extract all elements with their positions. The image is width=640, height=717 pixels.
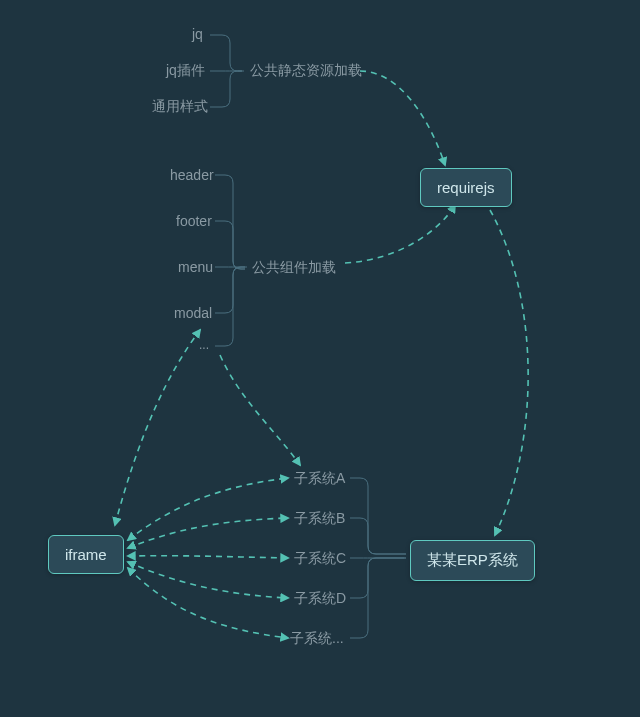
label-subsystem-b: 子系统B <box>294 510 345 528</box>
node-requirejs: requirejs <box>420 168 512 207</box>
label-jq-plugin: jq插件 <box>166 62 205 80</box>
label-subsystem-a: 子系统A <box>294 470 345 488</box>
node-iframe: iframe <box>48 535 124 574</box>
label-jq: jq <box>192 26 203 42</box>
label-subsystem-c: 子系统C <box>294 550 346 568</box>
label-component-title: 公共组件加载 <box>252 259 336 277</box>
label-header: header <box>170 167 214 183</box>
label-subsystem-more: 子系统... <box>290 630 344 648</box>
label-static-title: 公共静态资源加载 <box>250 62 362 80</box>
node-erp: 某某ERP系统 <box>410 540 535 581</box>
connectors <box>0 0 640 717</box>
label-subsystem-d: 子系统D <box>294 590 346 608</box>
label-common-css: 通用样式 <box>152 98 208 116</box>
diagram-canvas: { "nodes": { "iframe": { "text": "iframe… <box>0 0 640 717</box>
label-modal: modal <box>174 305 212 321</box>
label-ellipsis: ... <box>199 338 209 352</box>
label-footer: footer <box>176 213 212 229</box>
label-menu: menu <box>178 259 213 275</box>
